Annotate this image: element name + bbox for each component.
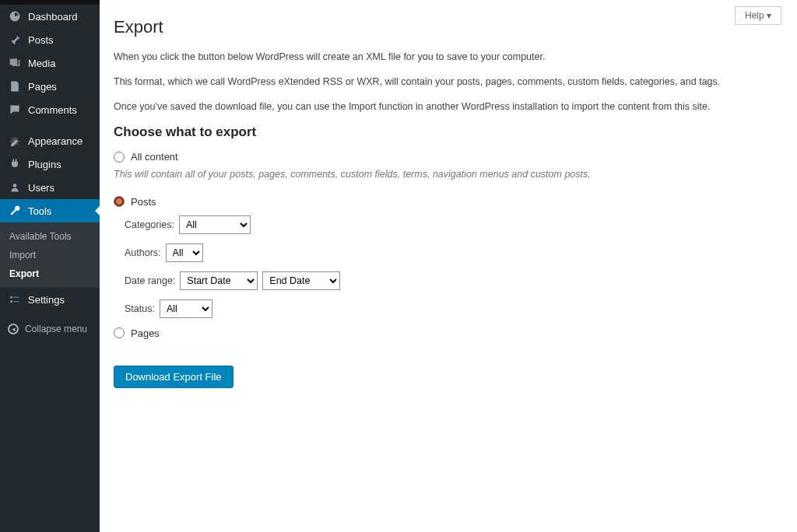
plugins-icon <box>8 157 22 171</box>
help-tab[interactable]: Help ▾ <box>735 6 781 25</box>
categories-label: Categories: <box>125 219 174 230</box>
submenu-export[interactable]: Export <box>0 264 100 283</box>
choose-export-title: Choose what to export <box>114 124 781 140</box>
sidebar-item-dashboard[interactable]: Dashboard <box>0 5 100 28</box>
pages-icon <box>8 79 22 93</box>
submenu-import[interactable]: Import <box>0 246 100 264</box>
radio-pages-label: Pages <box>131 327 160 339</box>
users-icon <box>8 180 22 194</box>
sidebar-item-label: Tools <box>28 205 51 217</box>
field-authors: Authors: All <box>125 243 781 262</box>
end-date-select[interactable]: End Date <box>262 271 340 290</box>
main-content: Help ▾ Export When you click the button … <box>100 0 797 532</box>
svg-point-1 <box>13 184 17 187</box>
sidebar-item-label: Pages <box>28 81 57 93</box>
collapse-menu[interactable]: ◂ Collapse menu <box>0 317 100 341</box>
collapse-label: Collapse menu <box>25 324 87 334</box>
sidebar-item-label: Posts <box>28 34 54 46</box>
start-date-select[interactable]: Start Date <box>180 271 258 290</box>
tools-submenu: Available Tools Import Export <box>0 222 100 288</box>
intro-paragraph-2: This format, which we call WordPress eXt… <box>114 75 781 89</box>
submenu-available-tools[interactable]: Available Tools <box>0 227 100 246</box>
intro-paragraph-3: Once you've saved the download file, you… <box>114 100 781 114</box>
sidebar-item-comments[interactable]: Comments <box>0 98 100 121</box>
all-content-description: This will contain all of your posts, pag… <box>114 167 781 181</box>
appearance-icon <box>8 134 22 148</box>
radio-posts-label: Posts <box>131 196 156 208</box>
sidebar-item-label: Appearance <box>28 135 83 147</box>
pin-icon <box>8 33 22 47</box>
radio-all-content[interactable] <box>114 152 125 163</box>
sidebar-item-label: Comments <box>28 104 77 116</box>
status-select[interactable]: All <box>160 299 212 318</box>
collapse-icon: ◂ <box>8 324 19 334</box>
authors-label: Authors: <box>125 247 161 258</box>
sidebar-item-settings[interactable]: Settings <box>0 288 100 311</box>
sidebar-item-plugins[interactable]: Plugins <box>0 152 100 176</box>
radio-posts[interactable] <box>114 196 125 207</box>
field-date-range: Date range: Start Date End Date <box>125 271 781 290</box>
tools-icon <box>8 204 22 218</box>
option-posts: Posts <box>114 196 781 208</box>
sidebar-item-media[interactable]: Media <box>0 51 100 75</box>
page-title: Export <box>114 17 781 37</box>
settings-icon <box>8 292 22 306</box>
admin-sidebar: Dashboard Posts Media Pages Comments <box>0 0 100 532</box>
sidebar-item-label: Users <box>28 182 54 194</box>
option-pages: Pages <box>114 327 781 339</box>
sidebar-item-label: Dashboard <box>28 11 78 23</box>
download-export-button[interactable]: Download Export File <box>114 366 233 388</box>
dashboard-icon <box>8 9 22 23</box>
option-all-content: All content <box>114 151 781 163</box>
svg-point-0 <box>12 60 13 61</box>
sidebar-item-tools[interactable]: Tools <box>0 199 100 222</box>
sidebar-item-appearance[interactable]: Appearance <box>0 129 100 152</box>
media-icon <box>8 56 22 70</box>
radio-all-content-label: All content <box>131 151 178 163</box>
comments-icon <box>8 103 22 117</box>
field-status: Status: All <box>125 299 781 318</box>
field-categories: Categories: All <box>125 215 781 234</box>
sidebar-item-posts[interactable]: Posts <box>0 28 100 51</box>
authors-select[interactable]: All <box>166 243 203 262</box>
sidebar-item-users[interactable]: Users <box>0 176 100 199</box>
categories-select[interactable]: All <box>179 215 251 234</box>
posts-subform: Categories: All Authors: All Date range:… <box>125 215 781 318</box>
sidebar-item-label: Plugins <box>28 159 61 170</box>
sidebar-item-label: Settings <box>28 294 65 306</box>
date-range-label: Date range: <box>125 275 175 286</box>
sidebar-item-label: Media <box>28 58 55 69</box>
status-label: Status: <box>125 303 155 314</box>
radio-pages[interactable] <box>114 327 125 338</box>
sidebar-item-pages[interactable]: Pages <box>0 75 100 98</box>
intro-paragraph-1: When you click the button below WordPres… <box>114 50 781 64</box>
